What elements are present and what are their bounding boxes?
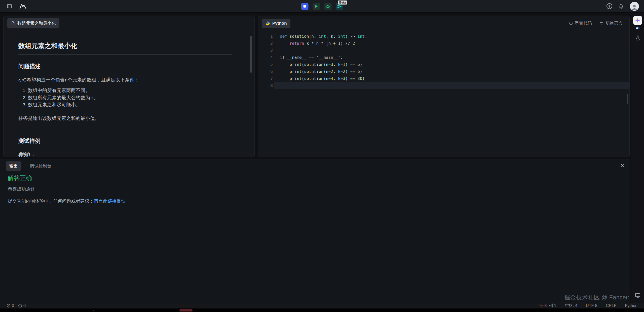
user-avatar[interactable] xyxy=(630,2,639,11)
monitor-icon xyxy=(635,292,641,298)
error-icon xyxy=(7,304,11,308)
samples-heading: 测试样例 xyxy=(18,137,232,145)
sparkle-icon xyxy=(635,17,641,23)
warning-count: 0 xyxy=(23,303,26,308)
code-line[interactable]: return k * n * (n + 1) // 2 xyxy=(274,40,629,47)
experiments-button[interactable] xyxy=(633,34,642,42)
line-number: 7 xyxy=(258,75,273,82)
line-number: 6 xyxy=(258,68,273,75)
topbar: Beta ? xyxy=(0,0,644,13)
eol-sequence[interactable]: CRLF xyxy=(606,303,616,308)
code-line[interactable]: print(solution(n=4, k=3) == 30) xyxy=(274,75,629,82)
sidebar-toggle-button[interactable] xyxy=(5,2,14,11)
problems-errors[interactable]: 0 xyxy=(7,303,14,308)
line-number: 5 xyxy=(258,61,273,68)
language-mode[interactable]: Python xyxy=(625,303,637,308)
switch-language-label: 切换语言 xyxy=(605,20,623,26)
editor-panel: Python 重置代码 切换语言 12345678 def solution(n… xyxy=(258,16,630,157)
result-status: 解答正确 xyxy=(8,174,622,182)
debug-button[interactable] xyxy=(324,3,331,10)
run-toolbar: Beta xyxy=(301,0,343,13)
language-tab[interactable]: Python xyxy=(262,19,290,28)
switch-language-button[interactable]: 切换语言 xyxy=(599,20,623,26)
python-icon xyxy=(266,21,270,26)
problem-task: 任务是输出该数组元素之和的最小值。 xyxy=(18,115,232,122)
editor-gutter: 12345678 xyxy=(258,33,274,157)
sample1-label: 样例1： xyxy=(18,151,232,157)
line-number: 4 xyxy=(258,54,273,61)
person-icon xyxy=(631,3,638,11)
taskbar-strip xyxy=(0,308,644,312)
code-line[interactable] xyxy=(274,82,629,89)
bug-icon xyxy=(325,4,330,9)
submit-button[interactable]: Beta xyxy=(336,3,343,10)
bell-icon xyxy=(618,4,624,9)
close-icon: × xyxy=(621,162,624,169)
app-logo[interactable] xyxy=(19,2,27,11)
code-editor[interactable]: 12345678 def solution(n: int, k: int) ->… xyxy=(258,31,629,157)
problem-tab-label: 数组元素之和最小化 xyxy=(17,20,56,26)
problem-tab[interactable]: 数组元素之和最小化 xyxy=(7,18,59,28)
question-icon: ? xyxy=(608,4,611,8)
swap-icon xyxy=(599,21,604,25)
tab-output[interactable]: 输出 xyxy=(6,161,21,171)
file-icon xyxy=(11,21,15,25)
status-bar: 0 0 行 8, 列 1 空格: 4 UTF-8 CRLF Python xyxy=(0,303,644,308)
line-number: 2 xyxy=(258,40,273,47)
problems-warnings[interactable]: 0 xyxy=(18,303,26,308)
watermark: 掘金技术社区 @ Fanceir xyxy=(564,294,629,301)
text-cursor xyxy=(280,83,280,88)
code-line[interactable]: print(solution(n=3, k=1) == 6) xyxy=(274,61,629,68)
divider xyxy=(18,129,232,129)
problem-scrollbar[interactable] xyxy=(250,36,252,73)
feedback-line: 提交功能内测体验中，任何问题或者建议：请点此链接反馈 xyxy=(8,198,622,204)
taskbar-dot xyxy=(93,310,94,311)
ai-assistant-button[interactable]: AI xyxy=(633,16,642,30)
divider xyxy=(18,54,232,55)
code-line[interactable] xyxy=(274,47,629,54)
paper-plane-icon xyxy=(337,4,342,9)
code-line[interactable]: if __name__ == '__main__': xyxy=(274,54,629,61)
error-count: 0 xyxy=(12,303,14,308)
encoding[interactable]: UTF-8 xyxy=(586,303,597,308)
output-panel: 输出 调试控制台 × 解答正确 恭喜成功通过 提交功能内测体验中，任何问题或者建… xyxy=(0,159,630,303)
help-button[interactable]: ? xyxy=(607,3,612,9)
language-tab-label: Python xyxy=(272,21,287,26)
notifications-button[interactable] xyxy=(617,2,625,11)
editor-panel-header: Python 重置代码 切换语言 xyxy=(258,16,629,31)
line-number: 3 xyxy=(258,47,273,54)
cursor-position[interactable]: 行 8, 列 1 xyxy=(539,303,556,308)
stop-icon xyxy=(302,3,308,9)
reset-icon xyxy=(569,21,573,25)
mountain-logo-icon xyxy=(19,4,26,9)
condition-item: 数组中的所有元素两两不同。 xyxy=(28,87,232,94)
beta-badge: Beta xyxy=(338,1,347,5)
problem-panel: 数组元素之和最小化 数组元素之和最小化 问题描述 小C希望构造一个包含n个元素的… xyxy=(3,16,255,157)
layout-panel-icon xyxy=(7,4,12,9)
condition-item: 数组所有元素的最大公约数为 k。 xyxy=(28,94,232,102)
tab-debug-console[interactable]: 调试控制台 xyxy=(30,163,51,169)
taskbar-item xyxy=(179,309,193,311)
workspace-button[interactable] xyxy=(633,291,642,300)
code-line[interactable]: print(solution(n=2, k=2) == 6) xyxy=(274,68,629,75)
line-number: 1 xyxy=(258,33,273,40)
problem-title: 数组元素之和最小化 xyxy=(18,41,232,50)
run-button[interactable] xyxy=(313,3,320,10)
reset-code-button[interactable]: 重置代码 xyxy=(569,20,592,26)
feedback-link[interactable]: 请点此链接反馈 xyxy=(94,199,126,204)
condition-list: 数组中的所有元素两两不同。 数组所有元素的最大公约数为 k。 数组元素之和尽可能… xyxy=(21,87,232,109)
output-panel-header: 输出 调试控制台 × xyxy=(0,159,630,172)
code-line[interactable]: def solution(n: int, k: int) -> int: xyxy=(274,33,629,40)
line-number: 8 xyxy=(258,82,273,89)
flask-icon xyxy=(635,35,640,41)
right-rail: AI xyxy=(631,13,644,303)
problem-intro: 小C希望构造一个包含n个元素的数组，且满足以下条件： xyxy=(18,76,232,83)
indentation[interactable]: 空格: 4 xyxy=(565,303,577,308)
problem-content[interactable]: 数组元素之和最小化 问题描述 小C希望构造一个包含n个元素的数组，且满足以下条件… xyxy=(4,31,254,157)
feedback-text: 提交功能内测体验中，任何问题或者建议： xyxy=(8,199,94,204)
description-heading: 问题描述 xyxy=(18,63,232,70)
editor-scrollbar[interactable] xyxy=(627,94,628,104)
stop-button[interactable] xyxy=(301,3,308,10)
editor-code[interactable]: def solution(n: int, k: int) -> int: ret… xyxy=(274,33,629,157)
close-output-button[interactable]: × xyxy=(621,162,624,168)
